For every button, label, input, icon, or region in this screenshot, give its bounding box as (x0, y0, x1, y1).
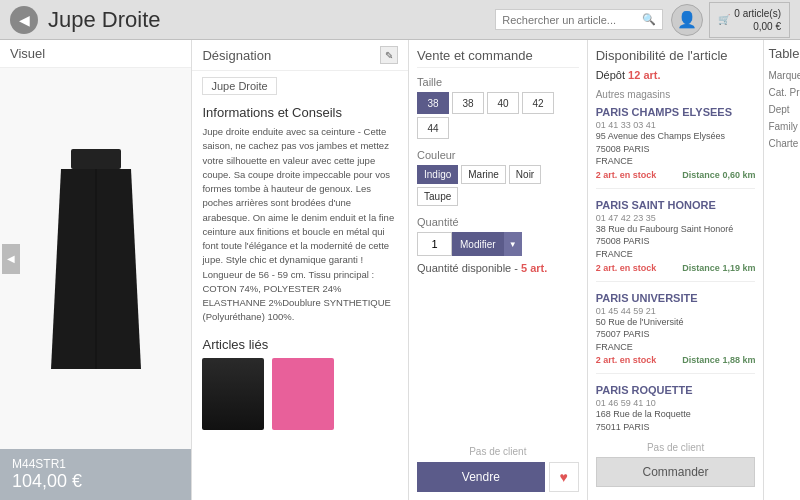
couleur-label: Couleur (417, 149, 579, 161)
color-noir[interactable]: Noir (509, 165, 541, 184)
product-image (41, 149, 151, 369)
back-button[interactable]: ◀ (10, 6, 38, 34)
color-grid: Indigo Marine Noir Taupe (417, 165, 579, 206)
store-phone-2: 01 47 42 23 35 (596, 213, 756, 223)
info-section: Informations et Conseils Jupe droite end… (192, 101, 408, 333)
table-row-catpro: Cat. Pro. (764, 84, 800, 101)
store-item-2: PARIS SAINT HONORE 01 47 42 23 35 38 Rue… (596, 199, 756, 282)
store-address-2: 38 Rue du Faubourg Saint Honoré75008 PAR… (596, 223, 756, 261)
search-icon: 🔍 (642, 13, 656, 26)
modifier-button[interactable]: Modifier (452, 232, 504, 256)
store-item-4: PARIS ROQUETTE 01 46 59 41 10 168 Rue de… (596, 384, 756, 433)
color-indigo[interactable]: Indigo (417, 165, 458, 184)
store-phone-3: 01 45 44 59 21 (596, 306, 756, 316)
pas-de-client-label-dispo: Pas de client (596, 442, 756, 453)
edit-icon-btn[interactable]: ✎ (380, 46, 398, 64)
search-container: 🔍 (495, 9, 663, 30)
modifier-dropdown[interactable]: ▼ (504, 232, 522, 256)
table-title: Table (764, 40, 800, 67)
article-bag[interactable] (272, 358, 334, 430)
color-marine[interactable]: Marine (461, 165, 506, 184)
table-row-marque: Marque (764, 67, 800, 84)
pas-de-client-label: Pas de client (417, 446, 579, 457)
visuel-header: Visuel (0, 40, 191, 68)
edit-icon: ✎ (385, 50, 393, 61)
autres-magasins-label: Autres magasins (596, 89, 756, 100)
dispo-title: Disponibilité de l'article (596, 48, 756, 63)
store-item-1: PARIS CHAMPS ELYSEES 01 41 33 03 41 95 A… (596, 106, 756, 189)
store-stock-1: 2 art. en stock (596, 170, 657, 180)
header: ◀ Jupe Droite 🔍 👤 🛒 0 article(s)0,00 € (0, 0, 800, 40)
info-title: Informations et Conseils (202, 105, 398, 120)
size-42[interactable]: 42 (522, 92, 554, 114)
quantite-label: Quantité (417, 216, 579, 228)
qty-available: Quantité disponible - 5 art. (417, 262, 579, 274)
action-row: Vendre ♥ (417, 462, 579, 492)
store-name-4: PARIS ROQUETTE (596, 384, 756, 396)
color-taupe[interactable]: Taupe (417, 187, 458, 206)
qty-row: Modifier ▼ (417, 232, 579, 256)
commander-button[interactable]: Commander (596, 457, 756, 487)
quantity-input[interactable] (417, 232, 452, 256)
table-row-charte: Charte (764, 135, 800, 152)
cart-button[interactable]: 🛒 0 article(s)0,00 € (709, 2, 790, 38)
store-distance-2: Distance 1,19 km (682, 263, 755, 273)
panel-visuel: Visuel ◀ M44STR1 104,00 € (0, 40, 192, 500)
cart-label: 0 article(s)0,00 € (734, 7, 781, 33)
store-address-4: 168 Rue de la Roquette75011 PARIS (596, 408, 756, 433)
table-row-dept: Dept (764, 101, 800, 118)
articles-title: Articles liés (202, 337, 398, 352)
info-text: Jupe droite enduite avec sa ceinture - C… (202, 125, 398, 325)
product-image-container: ◀ (0, 68, 191, 449)
store-distance-1: Distance 0,60 km (682, 170, 755, 180)
product-price: 104,00 € (12, 471, 179, 492)
store-item-3: PARIS UNIVERSITE 01 45 44 59 21 50 Rue d… (596, 292, 756, 375)
size-44[interactable]: 44 (417, 117, 449, 139)
cart-icon: 🛒 (718, 13, 730, 26)
size-grid: 38 38 40 42 44 (417, 92, 579, 139)
article-jacket[interactable] (202, 358, 264, 430)
page-title: Jupe Droite (48, 7, 495, 33)
product-info-bar: M44STR1 104,00 € (0, 449, 191, 500)
wishlist-button[interactable]: ♥ (549, 462, 579, 492)
depot-info: Dépôt 12 art. (596, 69, 756, 81)
store-distance-3: Distance 1,88 km (682, 355, 755, 365)
panel-vente: Vente et commande Taille 38 38 40 42 44 … (409, 40, 588, 500)
product-name-tag: Jupe Droite (202, 77, 276, 95)
table-row-family: Family (764, 118, 800, 135)
store-name-3: PARIS UNIVERSITE (596, 292, 756, 304)
taille-label: Taille (417, 76, 579, 88)
articles-section: Articles liés (192, 333, 408, 438)
vente-title: Vente et commande (417, 48, 579, 68)
panel-table: Table Marque Cat. Pro. Dept Family Chart… (764, 40, 800, 500)
store-address-3: 50 Rue de l'Université75007 PARISFRANCE (596, 316, 756, 354)
svg-rect-0 (71, 149, 121, 169)
user-icon: 👤 (677, 10, 697, 29)
panel-dispo: Disponibilité de l'article Dépôt 12 art.… (588, 40, 765, 500)
store-name-2: PARIS SAINT HONORE (596, 199, 756, 211)
size-38-selected[interactable]: 38 (417, 92, 449, 114)
vendre-button[interactable]: Vendre (417, 462, 545, 492)
nav-arrow-left[interactable]: ◀ (2, 244, 20, 274)
store-stock-2: 2 art. en stock (596, 263, 657, 273)
store-phone-1: 01 41 33 03 41 (596, 120, 756, 130)
store-address-1: 95 Avenue des Champs Elysées75008 PARISF… (596, 130, 756, 168)
main-content: Visuel ◀ M44STR1 104,00 € Désignation ✎ … (0, 40, 800, 500)
store-name-1: PARIS CHAMPS ELYSEES (596, 106, 756, 118)
store-phone-4: 01 46 59 41 10 (596, 398, 756, 408)
user-button[interactable]: 👤 (671, 4, 703, 36)
product-sku: M44STR1 (12, 457, 179, 471)
size-38b[interactable]: 38 (452, 92, 484, 114)
search-input[interactable] (502, 14, 642, 26)
panel-designation: Désignation ✎ Jupe Droite Informations e… (192, 40, 409, 500)
store-stock-3: 2 art. en stock (596, 355, 657, 365)
size-40[interactable]: 40 (487, 92, 519, 114)
designation-header: Désignation ✎ (192, 40, 408, 71)
